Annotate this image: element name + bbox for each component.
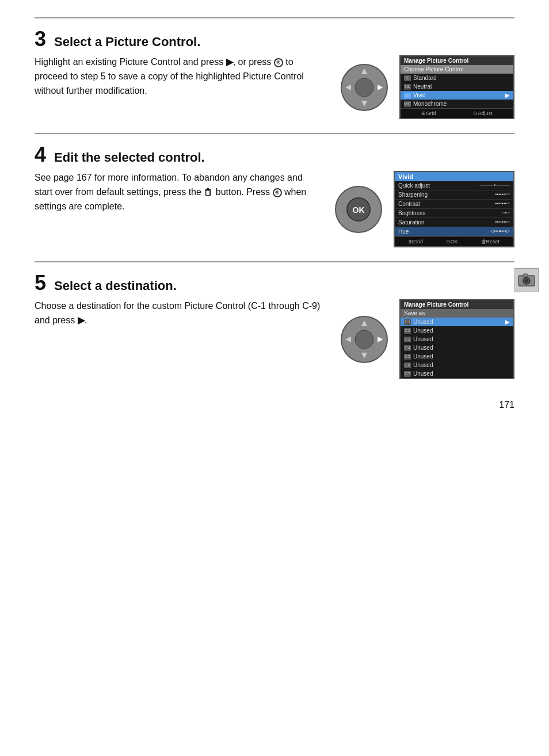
lcd-4-footer-grid: ⊞Grid (409, 239, 423, 245)
step-5-title: Select a destination. (54, 278, 177, 293)
svg-point-18 (525, 279, 528, 282)
lcd-3-row-nl: NL Neutral (401, 82, 513, 91)
lcd-icon-vi: VI (404, 93, 411, 98)
lcd-5-row-c7: C7 Unused (401, 369, 513, 378)
lcd-4-row-sat: Saturation ▪▪▪▫▪▪▪▫▫ (395, 218, 513, 227)
lcd-4-title: Vivid (395, 172, 513, 181)
lcd-label-c4: Unused (413, 345, 433, 351)
lcd-icon-c5: C5 (404, 354, 411, 360)
lcd-label-c6: Unused (413, 362, 433, 368)
step-4-lcd: Vivid Quick adjust ―――●――― Sharpening ▪▪… (394, 171, 514, 247)
lcd-5-row-c5: C5 Unused (401, 352, 513, 361)
side-tab-icon (514, 268, 539, 292)
svg-point-1 (355, 78, 373, 97)
svg-rect-16 (523, 274, 528, 277)
lcd-4-footer-reset: 🗑Reset (481, 239, 500, 245)
lcd-icon-c4: C4 (404, 345, 411, 351)
lcd-4-label-contrast: Contrast (398, 201, 420, 207)
lcd-4-label-hue: Hue (398, 228, 409, 235)
step-4-visuals: OK Vivid Quick adjust ―――●――― Sharpening… (333, 171, 514, 247)
dpad-icon-5 (338, 314, 390, 365)
lcd-5-row-c6: C6 Unused (401, 361, 513, 369)
lcd-4-val-contrast: ▪▪▪▫▪▪▪▫▫ (495, 201, 510, 207)
ok-circle-icon-2: ® (273, 188, 282, 197)
lcd-3-footer-grid: ⊞Grid (421, 110, 436, 116)
step-3-section: 3 Select a Picture Control. Highlight an… (35, 17, 514, 133)
page-number: 171 (499, 400, 514, 410)
lcd-arrow-vi: ▶ (505, 92, 510, 98)
lcd-label-c5: Unused (413, 353, 433, 360)
lcd-icon-c6: C6 (404, 362, 411, 368)
ok-button-svg: OK (333, 184, 384, 235)
lcd-4-row-bright: Brightness ▫▫▪▫▫ (395, 209, 513, 218)
step-3-lcd: Manage Picture Control Choose Picture Co… (399, 55, 514, 119)
ok-circle-icon: ® (274, 58, 283, 67)
lcd-3-footer: ⊞Grid ⊙Adjust (401, 108, 513, 118)
ok-button-illustration: OK (333, 184, 384, 235)
lcd-4-label-sat: Saturation (398, 219, 425, 226)
lcd-5-row-c2: C2 Unused (401, 326, 513, 335)
lcd-4-val-sat: ▪▪▪▫▪▪▪▫▫ (495, 219, 510, 226)
lcd-label-c1: Unused (413, 319, 433, 325)
lcd-5-row-c1: C1 Unused ▶ (401, 318, 513, 326)
lcd-3-subtitle: Choose Picture Control (401, 65, 513, 74)
page-container: 3 Select a Picture Control. Highlight an… (0, 0, 549, 427)
lcd-4-row-contrast: Contrast ▪▪▪▫▪▪▪▫▫ (395, 200, 513, 209)
step-5-lcd: Manage Picture Control Save as C1 Unused… (399, 299, 514, 379)
lcd-label-mc: Monochrome (413, 101, 447, 107)
lcd-4-val-sharp: ▪▪▪▪▪▪▫▫▫ (495, 192, 510, 198)
svg-text:OK: OK (353, 205, 365, 215)
step-4-text: See page 167 for more information. To ab… (35, 171, 321, 213)
lcd-4-row-sharp: Sharpening ▪▪▪▪▪▪▫▫▫ (395, 190, 513, 200)
step-4-header: 4 Edit the selected control. (35, 144, 514, 165)
lcd-icon-c3: C3 (404, 337, 411, 342)
lcd-4-label-sharp: Sharpening (398, 192, 428, 198)
lcd-icon-sd: SD (404, 75, 411, 81)
lcd-3-row-vi: VI Vivid ▶ (401, 91, 513, 100)
lcd-label-sd: Standard (413, 75, 437, 81)
step-5-header: 5 Select a destination. (35, 273, 514, 293)
dpad-icon (338, 62, 390, 113)
step-5-body: Choose a destination for the custom Pict… (35, 299, 514, 393)
lcd-icon-c1: C1 (404, 319, 411, 325)
lcd-label-nl: Neutral (413, 83, 432, 90)
lcd-4-label-bright: Brightness (398, 210, 425, 216)
lcd-icon-nl: NL (404, 84, 411, 90)
lcd-4-row-hue: Hue ◁▪▪▪●▪▪▪▷ (395, 227, 513, 236)
svg-point-10 (355, 330, 373, 349)
lcd-label-c3: Unused (413, 336, 433, 342)
step-5-section: 5 Select a destination. Choose a destina… (35, 261, 514, 393)
lcd-4-val-hue: ◁▪▪▪●▪▪▪▷ (490, 228, 510, 235)
step-5-visuals: Manage Picture Control Save as C1 Unused… (338, 299, 514, 379)
lcd-3-footer-adjust: ⊙Adjust (473, 110, 492, 116)
lcd-label-c7: Unused (413, 371, 433, 377)
lcd-4-footer-ok: ⊙OK (446, 239, 458, 245)
lcd-3-row-mc: MC Monochrome (401, 100, 513, 108)
lcd-icon-c7: C7 (404, 371, 411, 377)
camera-tab-svg (517, 271, 536, 289)
lcd-5-title: Manage Picture Control (401, 300, 513, 309)
step-3-header: 3 Select a Picture Control. (35, 29, 514, 49)
lcd-5-row-c3: C3 Unused (401, 335, 513, 343)
step-3-number: 3 (35, 29, 46, 49)
lcd-4-row-quick: Quick adjust ―――●――― (395, 181, 513, 190)
lcd-4-val-bright: ▫▫▪▫▫ (502, 210, 510, 216)
step-3-visuals: Manage Picture Control Choose Picture Co… (338, 55, 514, 119)
lcd-label-c2: Unused (413, 327, 433, 334)
lcd-3-title: Manage Picture Control (401, 56, 513, 65)
step-4-title: Edit the selected control. (54, 150, 205, 165)
step-5-number: 5 (35, 273, 46, 293)
step-3-text: Highlight an existing Picture Control an… (35, 55, 327, 98)
step-3-title: Select a Picture Control. (54, 35, 200, 49)
step-3-body: Highlight an existing Picture Control an… (35, 55, 514, 133)
lcd-5-subtitle: Save as (401, 309, 513, 318)
step-4-number: 4 (35, 144, 46, 165)
lcd-4-footer: ⊞Grid ⊙OK 🗑Reset (395, 236, 513, 246)
lcd-arrow-c1: ▶ (505, 319, 510, 325)
lcd-icon-c2: C2 (404, 328, 411, 334)
lcd-icon-mc: MC (404, 101, 411, 107)
step-4-section: 4 Edit the selected control. See page 16… (35, 133, 514, 261)
lcd-3-row-sd: SD Standard (401, 74, 513, 82)
lcd-4-val-quick: ―――●――― (479, 182, 510, 189)
lcd-4-label-quick: Quick adjust (398, 182, 430, 189)
